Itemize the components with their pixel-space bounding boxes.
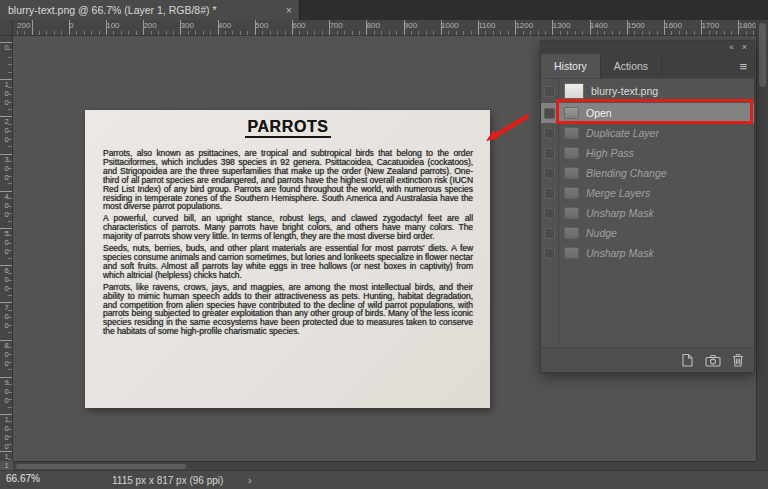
history-state-row[interactable]: Unsharp Mask [541,243,754,263]
ruler-corner [0,20,13,36]
history-state-icon [564,247,579,259]
history-brush-checkbox[interactable] [544,108,555,119]
ruler-label: 100 [1,80,12,107]
history-state-row[interactable]: Merge Layers [541,183,754,203]
snapshot-thumbnail [564,83,584,99]
history-state-label: Nudge [586,227,617,239]
ruler-label: 600 [292,21,305,30]
document-paragraph: Parrots, also known as psittacines, are … [103,149,473,211]
ruler-label: 1800 [739,21,757,30]
new-snapshot-button[interactable] [705,354,721,367]
history-brush-checkbox[interactable] [544,248,555,259]
history-state-icon [564,207,579,219]
history-state-icon [564,147,579,159]
ruler-label: 200 [143,21,156,30]
delete-state-icon [732,353,744,367]
history-brush-checkbox[interactable] [544,86,555,97]
history-brush-checkbox[interactable] [544,128,555,139]
ruler-label: 0 [1,43,12,52]
ruler-label: 1000 [1,415,12,451]
history-state-row[interactable]: Blending Change [541,163,754,183]
document-info-text: 1115 px x 817 px (96 ppi) [112,475,223,486]
history-brush-checkbox[interactable] [544,188,555,199]
tab-history[interactable]: History [541,54,601,78]
history-panel: « × History Actions ≡ blurry-text.png Op… [540,40,755,373]
history-state-row[interactable]: High Pass [541,143,754,163]
history-state-label: Blending Change [586,167,667,179]
history-brush-checkbox[interactable] [544,148,555,159]
history-state-row[interactable]: Unsharp Mask [541,203,754,223]
history-state-label: Duplicate Layer [586,127,659,139]
ruler-label: 300 [181,21,194,30]
status-bar: 1115 px x 817 px (96 ppi) › [0,470,768,489]
tab-close-icon[interactable]: × [286,0,292,20]
ruler-label: 500 [1,229,12,256]
document-tab[interactable]: blurry-text.png @ 66.7% (Layer 1, RGB/8#… [0,0,300,20]
vertical-ruler: 010020030040050060070080090010001100 [0,36,13,461]
document-tab-title: blurry-text.png @ 66.7% (Layer 1, RGB/8#… [8,4,217,16]
snapshot-label: blurry-text.png [591,85,658,97]
history-state-label: Unsharp Mask [586,247,654,259]
horizontal-ruler: 2000100200300400500600700800900100011001… [13,20,756,36]
ruler-label: 100 [106,21,119,30]
ruler-label: 1600 [664,21,682,30]
status-menu-arrow-icon[interactable]: › [248,474,252,486]
document-image: PARROTS Parrots, also known as psittacin… [85,110,490,408]
panel-collapse-icon[interactable]: « [729,41,734,54]
history-state-icon [564,107,579,119]
history-state-list: blurry-text.png OpenDuplicate LayerHigh … [541,79,754,347]
horizontal-scrollbar[interactable] [13,461,756,470]
history-brush-checkbox[interactable] [544,208,555,219]
history-state-row[interactable]: Duplicate Layer [541,123,754,143]
ruler-label: 1300 [553,21,571,30]
ruler-label: 400 [218,21,231,30]
history-panel-footer [541,347,754,372]
document-paragraph: A powerful, curved bill, an upright stan… [103,214,473,241]
horizontal-scrollbar-thumb[interactable] [16,464,186,469]
document-paragraph: Seeds, nuts, berries, buds, and other pl… [103,244,473,280]
history-state-icon [564,227,579,239]
scrollbar-corner [756,461,768,470]
history-state-icon [564,187,579,199]
tab-actions[interactable]: Actions [601,54,662,78]
panel-close-icon[interactable]: × [742,41,747,54]
panel-tab-bar: History Actions ≡ [541,54,754,79]
snapshot-row[interactable]: blurry-text.png [541,79,754,103]
ruler-label: 1100 [478,21,495,30]
document-body: Parrots, also known as psittacines, are … [103,149,473,336]
ruler-label: 800 [367,21,380,30]
history-state-label: Open [586,107,612,119]
zoom-level-field[interactable] [6,473,54,484]
ruler-label: 200 [17,21,30,30]
ruler-label: 300 [1,155,12,182]
vertical-scrollbar-thumb[interactable] [759,23,766,87]
ruler-label: 900 [404,21,417,30]
new-document-from-state-icon [680,353,694,367]
panel-header-strip[interactable]: « × [541,41,754,54]
ruler-label: 600 [1,266,12,293]
photoshop-window: blurry-text.png @ 66.7% (Layer 1, RGB/8#… [0,0,768,489]
history-state-label: Unsharp Mask [586,207,654,219]
document-tab-bar: blurry-text.png @ 66.7% (Layer 1, RGB/8#… [0,0,768,20]
ruler-label: 800 [1,341,12,368]
history-state-label: High Pass [586,147,634,159]
ruler-label: 1400 [590,21,608,30]
new-document-from-state-button[interactable] [680,353,694,367]
history-state-row[interactable]: Open [541,103,754,123]
ruler-label: 200 [1,117,12,144]
delete-state-button[interactable] [732,353,744,367]
vertical-scrollbar[interactable] [756,20,768,461]
history-state-row[interactable]: Nudge [541,223,754,243]
history-state-icon [564,127,579,139]
ruler-label: 500 [255,21,268,30]
ruler-label: 1500 [627,21,645,30]
history-brush-checkbox[interactable] [544,168,555,179]
history-state-label: Merge Layers [586,187,650,199]
history-brush-checkbox[interactable] [544,228,555,239]
ruler-label: 900 [1,378,12,405]
ruler-label: 1200 [515,21,533,30]
new-snapshot-icon [705,354,721,367]
ruler-label: 400 [1,192,12,219]
ruler-label: 700 [329,21,342,30]
panel-menu-icon[interactable]: ≡ [739,59,747,74]
